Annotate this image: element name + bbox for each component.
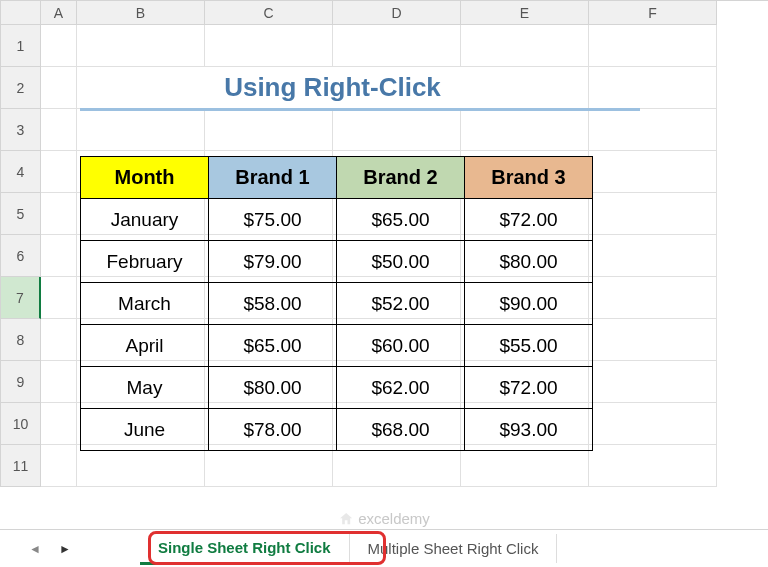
col-header-A[interactable]: A bbox=[41, 1, 77, 25]
cell[interactable] bbox=[461, 445, 589, 487]
cell-value[interactable]: $72.00 bbox=[465, 199, 593, 241]
row-header-3[interactable]: 3 bbox=[1, 109, 41, 151]
table-row: June$78.00$68.00$93.00 bbox=[81, 409, 593, 451]
table-row: January$75.00$65.00$72.00 bbox=[81, 199, 593, 241]
cell[interactable] bbox=[589, 319, 717, 361]
row-header-4[interactable]: 4 bbox=[1, 151, 41, 193]
cell-value[interactable]: $50.00 bbox=[337, 241, 465, 283]
row-header-11[interactable]: 11 bbox=[1, 445, 41, 487]
table-row: May$80.00$62.00$72.00 bbox=[81, 367, 593, 409]
cell-month[interactable]: May bbox=[81, 367, 209, 409]
cell-value[interactable]: $80.00 bbox=[465, 241, 593, 283]
cell[interactable] bbox=[333, 445, 461, 487]
table-row: March$58.00$52.00$90.00 bbox=[81, 283, 593, 325]
cell-value[interactable]: $58.00 bbox=[209, 283, 337, 325]
cell-month[interactable]: April bbox=[81, 325, 209, 367]
cell[interactable] bbox=[205, 25, 333, 67]
row-header-1[interactable]: 1 bbox=[1, 25, 41, 67]
row-header-2[interactable]: 2 bbox=[1, 67, 41, 109]
cell-value[interactable]: $93.00 bbox=[465, 409, 593, 451]
tab-single-sheet[interactable]: Single Sheet Right Click bbox=[140, 533, 350, 565]
cell[interactable] bbox=[41, 193, 77, 235]
cell-month[interactable]: March bbox=[81, 283, 209, 325]
cell[interactable] bbox=[41, 403, 77, 445]
cell[interactable] bbox=[77, 25, 205, 67]
cell-value[interactable]: $90.00 bbox=[465, 283, 593, 325]
col-header-B[interactable]: B bbox=[77, 1, 205, 25]
cell[interactable] bbox=[205, 445, 333, 487]
cell[interactable] bbox=[589, 403, 717, 445]
tab-nav-next-icon[interactable]: ► bbox=[56, 540, 74, 558]
cell[interactable] bbox=[589, 25, 717, 67]
cell-value[interactable]: $65.00 bbox=[337, 199, 465, 241]
col-header-E[interactable]: E bbox=[461, 1, 589, 25]
row-header-7[interactable]: 7 bbox=[1, 277, 41, 319]
cell[interactable] bbox=[333, 109, 461, 151]
select-all-corner[interactable] bbox=[1, 1, 41, 25]
cell-value[interactable]: $55.00 bbox=[465, 325, 593, 367]
header-brand1[interactable]: Brand 1 bbox=[209, 157, 337, 199]
col-header-D[interactable]: D bbox=[333, 1, 461, 25]
cell-month[interactable]: January bbox=[81, 199, 209, 241]
col-header-C[interactable]: C bbox=[205, 1, 333, 25]
cell-month[interactable]: February bbox=[81, 241, 209, 283]
cell-month[interactable]: June bbox=[81, 409, 209, 451]
cell[interactable] bbox=[41, 361, 77, 403]
cell[interactable] bbox=[461, 109, 589, 151]
cell-value[interactable]: $65.00 bbox=[209, 325, 337, 367]
cell-value[interactable]: $72.00 bbox=[465, 367, 593, 409]
cell[interactable] bbox=[333, 25, 461, 67]
cell-value[interactable]: $52.00 bbox=[337, 283, 465, 325]
cell[interactable] bbox=[41, 151, 77, 193]
cell[interactable] bbox=[41, 25, 77, 67]
header-month[interactable]: Month bbox=[81, 157, 209, 199]
cell[interactable] bbox=[77, 109, 205, 151]
cell-value[interactable]: $60.00 bbox=[337, 325, 465, 367]
title-cell[interactable]: Using Right-Click bbox=[77, 67, 589, 109]
data-table: Month Brand 1 Brand 2 Brand 3 January$75… bbox=[80, 156, 593, 451]
cell[interactable] bbox=[589, 67, 717, 109]
row-header-10[interactable]: 10 bbox=[1, 403, 41, 445]
cell[interactable] bbox=[41, 109, 77, 151]
cell-value[interactable]: $62.00 bbox=[337, 367, 465, 409]
cell[interactable] bbox=[41, 67, 77, 109]
cell[interactable] bbox=[589, 235, 717, 277]
cell[interactable] bbox=[589, 445, 717, 487]
cell[interactable] bbox=[589, 361, 717, 403]
table-row: April$65.00$60.00$55.00 bbox=[81, 325, 593, 367]
header-brand3[interactable]: Brand 3 bbox=[465, 157, 593, 199]
cell[interactable] bbox=[41, 319, 77, 361]
cell[interactable] bbox=[41, 277, 77, 319]
cell[interactable] bbox=[589, 151, 717, 193]
tab-nav-prev-icon[interactable]: ◄ bbox=[26, 540, 44, 558]
title-underline bbox=[80, 108, 640, 111]
sheet-tabs-bar: ◄ ► Single Sheet Right Click Multiple Sh… bbox=[0, 529, 768, 567]
table-row: February$79.00$50.00$80.00 bbox=[81, 241, 593, 283]
cell-value[interactable]: $68.00 bbox=[337, 409, 465, 451]
cell-value[interactable]: $75.00 bbox=[209, 199, 337, 241]
cell[interactable] bbox=[589, 193, 717, 235]
tab-multiple-sheet[interactable]: Multiple Sheet Right Click bbox=[350, 534, 558, 563]
watermark-text: exceldemy bbox=[358, 510, 430, 527]
cell[interactable] bbox=[41, 445, 77, 487]
cell-value[interactable]: $78.00 bbox=[209, 409, 337, 451]
cell-value[interactable]: $80.00 bbox=[209, 367, 337, 409]
row-header-5[interactable]: 5 bbox=[1, 193, 41, 235]
row-header-9[interactable]: 9 bbox=[1, 361, 41, 403]
cell[interactable] bbox=[589, 109, 717, 151]
row-header-8[interactable]: 8 bbox=[1, 319, 41, 361]
col-header-F[interactable]: F bbox=[589, 1, 717, 25]
house-icon bbox=[338, 511, 354, 527]
cell-value[interactable]: $79.00 bbox=[209, 241, 337, 283]
cell[interactable] bbox=[77, 445, 205, 487]
cell[interactable] bbox=[461, 25, 589, 67]
cell[interactable] bbox=[589, 277, 717, 319]
cell[interactable] bbox=[205, 109, 333, 151]
watermark: exceldemy bbox=[338, 510, 430, 527]
cell[interactable] bbox=[41, 235, 77, 277]
row-header-6[interactable]: 6 bbox=[1, 235, 41, 277]
header-brand2[interactable]: Brand 2 bbox=[337, 157, 465, 199]
